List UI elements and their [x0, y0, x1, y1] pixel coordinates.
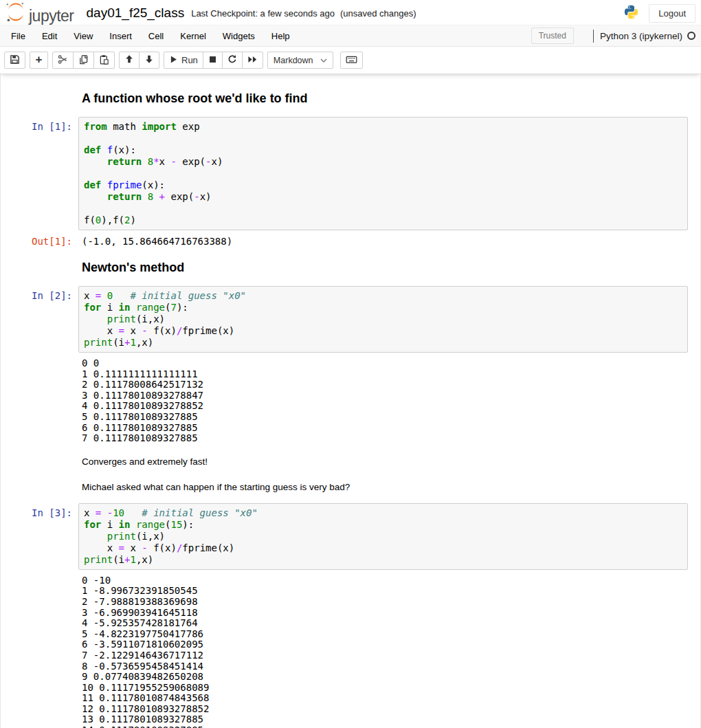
empty-prompt	[1, 452, 78, 456]
code-input-row: In [2]:x = 0 # initial guess "x0" for i …	[1, 286, 700, 353]
code-cell: In [3]:x = -10 # initial guess "x0" for …	[1, 500, 700, 728]
code-input[interactable]: x = -10 # initial guess "x0" for i in ra…	[78, 503, 688, 570]
chevron-down-icon	[320, 56, 327, 65]
run-cell-button[interactable]: Run	[164, 52, 203, 69]
restart-icon	[227, 54, 237, 66]
menu-cell[interactable]: Cell	[140, 26, 172, 46]
restart-kernel-button[interactable]	[222, 52, 243, 69]
stream-output-text: 0 -10 1 -8.996732391850545 2 -7.98881938…	[78, 570, 209, 728]
checkpoint-status: Last Checkpoint: a few seconds ago	[191, 8, 335, 19]
empty-prompt	[1, 570, 78, 574]
markdown-rendered[interactable]: Converges and extremely fast!	[78, 452, 688, 471]
markdown-rendered[interactable]: Newton's method	[78, 255, 688, 279]
markdown-heading: A function whose root we'd like to find	[82, 91, 688, 106]
unsaved-changes-status: (unsaved changes)	[340, 8, 416, 19]
markdown-cell: Michael asked what can happen if the sta…	[1, 474, 700, 500]
menu-help[interactable]: Help	[263, 26, 298, 46]
markdown-cell: A function whose root we'd like to find	[1, 82, 700, 113]
input-prompt: In [2]:	[1, 286, 78, 302]
fast-forward-icon	[247, 55, 258, 66]
save-button[interactable]	[4, 52, 25, 69]
kernel-separator	[593, 30, 594, 43]
arrow-up-icon	[124, 54, 134, 66]
input-prompt: In [1]:	[1, 117, 78, 133]
stream-output-row: 0 0 1 0.1111111111111111 2 0.11178008642…	[1, 353, 700, 445]
markdown-cell: Converges and extremely fast!	[1, 449, 700, 474]
menu-insert[interactable]: Insert	[101, 26, 140, 46]
kernel-name: Python 3 (ipykernel)	[600, 31, 682, 41]
markdown-heading: Newton's method	[82, 260, 688, 275]
menubar: File Edit View Insert Cell Kernel Widget…	[0, 25, 701, 47]
stream-output-text: 0 0 1 0.1111111111111111 2 0.11178008642…	[78, 353, 203, 445]
markdown-paragraph: Michael asked what can happen if the sta…	[82, 481, 688, 493]
move-cell-up-button[interactable]	[119, 52, 140, 69]
toolbar: + Run	[0, 47, 701, 74]
cell-type-dropdown[interactable]: Markdown	[267, 52, 333, 69]
output-prompt: Out[1]:	[1, 230, 78, 247]
keyboard-icon	[346, 54, 357, 67]
notebook-area: A function whose root we'd like to findI…	[0, 74, 701, 728]
empty-prompt	[1, 478, 78, 482]
header-top-bar: jupyter day01_f25_class Last Checkpoint:…	[0, 0, 701, 25]
markdown-cell: Newton's method	[1, 252, 700, 283]
markdown-paragraph: Converges and extremely fast!	[82, 456, 688, 467]
clipboard-icon	[99, 54, 109, 67]
execute-result-text: (-1.0, 15.864664716763388)	[78, 230, 232, 248]
markdown-cell-row: A function whose root we'd like to find	[1, 86, 700, 110]
empty-prompt	[1, 86, 78, 90]
stream-output-row: 0 -10 1 -8.996732391850545 2 -7.98881938…	[1, 570, 700, 728]
interrupt-kernel-button[interactable]	[203, 52, 223, 69]
cell-type-value: Markdown	[274, 56, 313, 65]
code-input-row: In [1]:from math import exp def f(x): re…	[1, 117, 700, 230]
copy-cell-button[interactable]	[73, 52, 94, 69]
input-prompt: In [3]:	[1, 503, 78, 519]
logout-button[interactable]: Logout	[649, 4, 696, 23]
command-palette-button[interactable]	[340, 52, 363, 69]
code-cell: In [2]:x = 0 # initial guess "x0" for i …	[1, 283, 700, 449]
restart-run-all-button[interactable]	[242, 52, 263, 69]
copy-icon	[78, 54, 89, 67]
empty-prompt	[1, 255, 78, 259]
add-cell-button[interactable]: +	[30, 52, 48, 69]
run-button-label: Run	[181, 55, 198, 65]
arrow-down-icon	[144, 54, 154, 66]
markdown-cell-row: Converges and extremely fast!	[1, 452, 700, 471]
jupyter-logo[interactable]: jupyter	[5, 1, 74, 25]
code-input-row: In [3]:x = -10 # initial guess "x0" for …	[1, 503, 700, 570]
kernel-idle-icon	[687, 32, 696, 40]
menu-file[interactable]: File	[3, 26, 34, 46]
jupyter-planet-icon	[5, 1, 26, 25]
code-input[interactable]: from math import exp def f(x): return 8*…	[78, 117, 688, 230]
code-cell: In [1]:from math import exp def f(x): re…	[1, 113, 700, 252]
markdown-rendered[interactable]: A function whose root we'd like to find	[78, 86, 688, 110]
menu-view[interactable]: View	[65, 26, 101, 46]
notebook-title[interactable]: day01_f25_class	[87, 5, 185, 21]
plus-icon: +	[36, 54, 43, 65]
menu-widgets[interactable]: Widgets	[214, 26, 263, 46]
empty-prompt	[1, 353, 78, 357]
python-logo-icon	[623, 4, 639, 23]
move-cell-down-button[interactable]	[139, 52, 159, 69]
paste-cell-button[interactable]	[93, 52, 115, 69]
stop-icon	[208, 55, 217, 66]
markdown-cell-row: Newton's method	[1, 255, 700, 279]
cut-cell-button[interactable]	[52, 52, 74, 69]
markdown-rendered[interactable]: Michael asked what can happen if the sta…	[78, 478, 688, 496]
trusted-badge[interactable]: Trusted	[531, 27, 574, 44]
menu-kernel[interactable]: Kernel	[172, 26, 214, 46]
play-icon	[169, 55, 178, 66]
markdown-cell-row: Michael asked what can happen if the sta…	[1, 478, 700, 496]
floppy-disk-icon	[10, 54, 20, 67]
jupyter-logo-text: jupyter	[29, 7, 74, 25]
code-input[interactable]: x = 0 # initial guess "x0" for i in rang…	[78, 286, 688, 353]
menu-edit[interactable]: Edit	[34, 26, 65, 46]
scissors-icon	[58, 54, 68, 67]
notebook-header: jupyter day01_f25_class Last Checkpoint:…	[0, 0, 701, 74]
execute-result-row: Out[1]:(-1.0, 15.864664716763388)	[1, 230, 700, 248]
